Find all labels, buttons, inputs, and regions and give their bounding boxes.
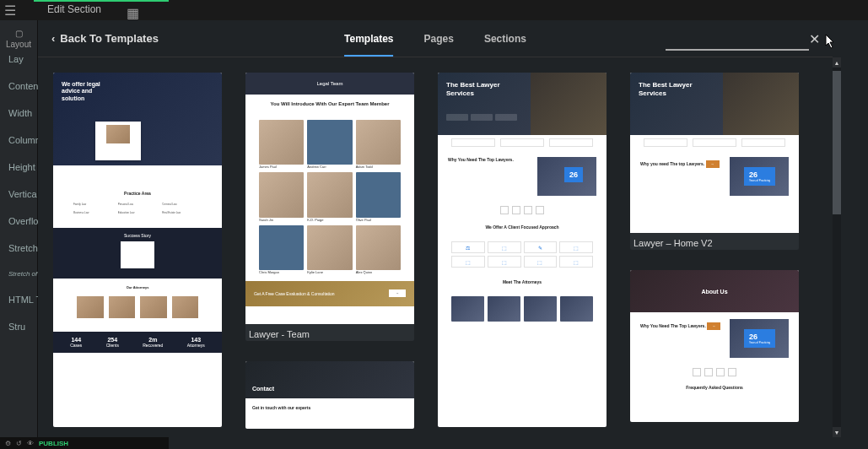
template-card-team[interactable]: Legal Team You Will Introduce With Our E… [245,73,414,341]
template-label: Lawyer – Home V2 [630,233,799,250]
hero-title: Legal Team [245,73,414,95]
search-input[interactable] [666,49,809,51]
cta-band: Get A Free Case Evaluation & Consultatio… [245,281,414,306]
gallery-column: The Best Lawyer Services Why You Need Th… [438,73,607,427]
template-card[interactable]: We offer legal advice and solution Pract… [53,73,222,427]
intro-text: You Will Introduce With Our Expert Team … [245,95,414,113]
template-thumbnail: The Best Lawyer Services Why You Need Th… [438,73,607,427]
publish-button[interactable]: PUBLISH [39,440,68,447]
faq-title: Frequently Asked Questions [630,380,799,395]
panel-item[interactable]: Column [0,127,38,154]
scroll-down-icon[interactable]: ▼ [833,427,841,437]
grid-icon[interactable]: ▦ [127,5,139,21]
hero-title: Contact [245,361,414,398]
hero-title: The Best Lawyer Services [639,81,706,97]
layout-icon: ▢ [15,29,23,38]
years-badge: 26Years of Practicing [744,167,775,186]
why-block: Why You Need The Top Lawyers. 26 [438,150,607,203]
panel-item[interactable]: Stretch [0,235,38,262]
service-item: Family Law [73,203,113,206]
template-card-home[interactable]: The Best Lawyer Services Why You Need Th… [438,73,607,427]
template-thumbnail: Legal Team You Will Introduce With Our E… [245,73,414,324]
hamburger-icon[interactable]: ☰ [0,0,20,20]
panel-options: Lay Conten Width Column Height Vertica O… [0,46,38,340]
cta-button: → [707,322,720,330]
template-card-about[interactable]: About Us Why You Need The Top Lawyers. →… [630,270,799,422]
modal-tabs: Templates Pages Sections [344,21,526,57]
panel-item[interactable]: Width [0,100,38,127]
team-grid: James Paul Andrew Carr Adam Todd Sarah J… [245,113,414,281]
panel-item[interactable]: Lay [0,46,38,73]
gallery-column: Legal Team You Will Introduce With Our E… [245,73,414,429]
service-item: Personal Law [118,203,158,206]
scrollbar-thumb[interactable] [833,71,841,214]
hero-title: We offer legal advice and solution [62,81,112,102]
template-thumbnail: We offer legal advice and solution Pract… [53,73,222,427]
template-card-home-v2[interactable]: The Best Lawyer Services Why you need Th… [630,73,799,250]
tab-templates[interactable]: Templates [344,21,393,57]
template-thumbnail: About Us Why You Need The Top Lawyers. →… [630,270,799,422]
section-title: We Offer A Client Focused Approach [438,218,607,236]
service-item: Education Law [118,211,158,214]
back-button[interactable]: ‹ Back To Templates [38,32,172,45]
back-label: Back To Templates [60,32,159,45]
service-item: Real Estate Law [162,211,202,214]
panel-title: Edit Section [47,3,101,15]
gallery-column: We offer legal advice and solution Pract… [53,73,222,427]
panel-item[interactable]: Stru [0,313,38,340]
team-row [438,291,607,328]
progress-bar [34,0,169,2]
template-label: Lawyer - Team [245,324,414,341]
panel-item[interactable]: Conten [0,73,38,100]
panel-item: Stretch of the p [0,262,38,286]
panel-item[interactable]: HTML T [0,286,38,313]
tab-pages[interactable]: Pages [424,21,454,57]
section-title: Meet The Attorneys [438,273,607,291]
gallery-column: The Best Lawyer Services Why you need Th… [630,73,799,422]
panel-item[interactable]: Height [0,154,38,181]
cta-button: → [389,289,406,297]
service-item: Criminal Law [162,203,202,206]
section-title: Success Story [58,233,217,238]
why-block: Why you need The top Lawyers. → 26Years … [630,150,799,203]
template-thumbnail: The Best Lawyer Services Why you need Th… [630,73,799,233]
cta-button: → [706,160,720,168]
scroll-up-icon[interactable]: ▲ [833,57,841,68]
stats-row: 144Cases 254Clients 2mRecovered 143Attor… [53,332,222,353]
scrollbar[interactable]: ▲ ▼ [833,57,841,437]
service-item: Business Law [73,211,113,214]
close-button[interactable]: ✕ [804,29,824,49]
hero-title: The Best Lawyer Services [446,81,514,97]
icon-grid: ⚖⬚✎⬚ ⬚⬚⬚⬚ [438,236,607,273]
why-block: Why You Need The Top Lawyers. → 26Years … [630,312,799,365]
tab-sections[interactable]: Sections [484,21,526,57]
hero-title: About Us [630,270,799,312]
modal-header: ‹ Back To Templates Templates Pages Sect… [38,20,833,57]
eye-icon[interactable]: 👁 [27,440,34,447]
chevron-left-icon: ‹ [51,32,55,45]
template-card-contact[interactable]: Contact Get in touch with our experts [245,361,414,429]
years-badge: 26Years of Practicing [744,329,775,348]
template-thumbnail: Contact Get in touch with our experts [245,361,414,429]
close-icon: ✕ [809,31,820,47]
bottom-bar: ⚙ ↺ 👁 PUBLISH [0,437,169,449]
history-icon[interactable]: ↺ [16,440,22,447]
settings-icon[interactable]: ⚙ [5,440,11,447]
app-top-bar: ☰ Edit Section ▦ [0,0,868,20]
panel-item[interactable]: Overflo [0,208,38,235]
sub-text: Get in touch with our experts [245,398,414,417]
panel-item[interactable]: Vertica [0,181,38,208]
years-badge: 26 [564,167,583,182]
template-gallery[interactable]: We offer legal advice and solution Pract… [38,57,833,437]
feature-card [95,122,141,160]
